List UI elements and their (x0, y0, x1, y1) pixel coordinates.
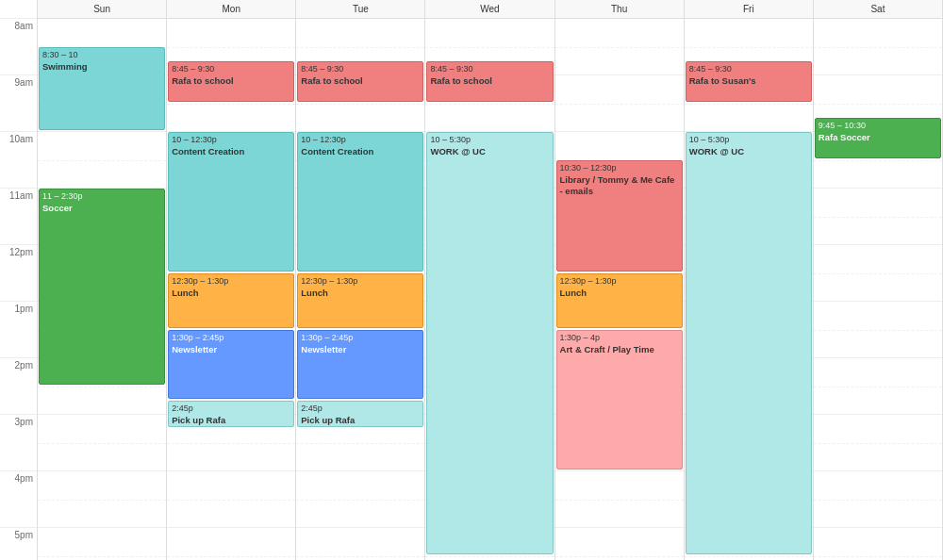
event-time: 9:45 – 10:30 (819, 121, 937, 132)
day-header-fri: Fri (685, 0, 813, 19)
event-title: Rafa to school (301, 75, 420, 87)
event-time: 2:45p (301, 404, 420, 415)
calendar-event[interactable]: 8:30 – 10Swimming (39, 47, 165, 130)
event-title: Rafa to Susan's (689, 75, 808, 87)
day-header-thu: Thu (555, 0, 684, 19)
day-column-thu: Thu10:30 – 12:30pLibrary / Tommy & Me Ca… (555, 0, 685, 560)
event-title: WORK @ UC (430, 146, 549, 157)
event-title: Lunch (172, 288, 290, 299)
event-title: Soccer (42, 203, 161, 214)
hour-slot (555, 471, 684, 528)
calendar-event[interactable]: 8:45 – 9:30Rafa to school (168, 61, 294, 102)
hour-slot (296, 528, 424, 560)
event-title: Pick up Rafa (172, 415, 290, 426)
hour-slot (555, 528, 684, 560)
event-title: Content Creation (301, 146, 420, 157)
time-10am: 10am (0, 132, 37, 189)
event-title: Pick up Rafa (301, 415, 420, 426)
event-time: 8:30 – 10 (42, 50, 161, 61)
day-grid-wed: 8:45 – 9:30Rafa to school10 – 5:30pWORK … (425, 19, 554, 560)
hour-slot (814, 528, 942, 560)
event-time: 12:30p – 1:30p (560, 276, 679, 288)
calendar-event[interactable]: 8:45 – 9:30Rafa to school (426, 61, 553, 102)
calendar-event[interactable]: 1:30p – 4pArt & Craft / Play Time (556, 330, 683, 469)
hour-slot (814, 189, 942, 245)
event-title: Newsletter (172, 344, 290, 355)
time-column: 8am 9am 10am 11am 12pm 1pm 2pm 3pm 4pm 5… (0, 0, 38, 560)
event-time: 2:45p (172, 404, 290, 415)
calendar-event[interactable]: 10 – 12:30pContent Creation (297, 132, 423, 272)
event-title: Art & Craft / Play Time (560, 344, 679, 355)
event-time: 10 – 5:30p (689, 135, 808, 146)
time-3pm: 3pm (0, 415, 37, 471)
calendar-event[interactable]: 2:45pPick up Rafa (168, 401, 294, 427)
calendar-event[interactable]: 12:30p – 1:30pLunch (297, 273, 423, 328)
hour-slot (814, 415, 942, 471)
day-column-sun: Sun8:30 – 10Swimming11 – 2:30pSoccer6pGN… (38, 0, 167, 560)
day-grid-sat: 9:45 – 10:30Rafa Soccer6pPIZZA / PIE & V… (814, 19, 942, 560)
calendar-event[interactable]: 12:30p – 1:30pLunch (556, 273, 683, 328)
calendar-event[interactable]: 8:45 – 9:30Rafa to school (297, 61, 423, 102)
time-9am: 9am (0, 75, 37, 132)
event-title: Newsletter (301, 344, 420, 355)
hour-slot (167, 471, 295, 528)
time-11am: 11am (0, 189, 37, 245)
day-grid-tue: 8:45 – 9:30Rafa to school10 – 12:30pCont… (296, 19, 424, 560)
day-column-wed: Wed8:45 – 9:30Rafa to school10 – 5:30pWO… (425, 0, 554, 560)
event-time: 1:30p – 4p (560, 333, 679, 344)
calendar: 8am 9am 10am 11am 12pm 1pm 2pm 3pm 4pm 5… (0, 0, 943, 560)
hour-slot (38, 471, 166, 528)
calendar-event[interactable]: 11 – 2:30pSoccer (39, 189, 165, 385)
event-title: Rafa to school (430, 75, 549, 87)
event-time: 10 – 5:30p (430, 135, 549, 146)
day-header-mon: Mon (167, 0, 295, 19)
time-8am: 8am (0, 19, 37, 75)
event-time: 12:30p – 1:30p (301, 276, 420, 288)
event-title: Rafa to school (172, 75, 290, 87)
calendar-event[interactable]: 10 – 5:30pWORK @ UC (686, 132, 812, 554)
day-grid-thu: 10:30 – 12:30pLibrary / Tommy & Me Cafe … (555, 19, 684, 560)
hour-slot (814, 358, 942, 415)
calendar-event[interactable]: 9:45 – 10:30Rafa Soccer (815, 118, 941, 158)
event-time: 10 – 12:30p (172, 135, 290, 146)
event-time: 11 – 2:30p (42, 191, 161, 203)
day-grid-sun: 8:30 – 10Swimming11 – 2:30pSoccer6pGNOCC… (38, 19, 166, 560)
event-time: 1:30p – 2:45p (301, 333, 420, 344)
time-2pm: 2pm (0, 358, 37, 415)
hour-slot (814, 302, 942, 358)
day-header-sat: Sat (814, 0, 942, 19)
hour-slot (38, 132, 166, 189)
calendar-event[interactable]: 1:30p – 2:45pNewsletter (168, 330, 294, 399)
day-header-sun: Sun (38, 0, 166, 19)
day-column-mon: Mon8:45 – 9:30Rafa to school10 – 12:30pC… (167, 0, 296, 560)
day-header-wed: Wed (425, 0, 554, 19)
time-12pm: 12pm (0, 245, 37, 302)
event-time: 8:45 – 9:30 (172, 64, 290, 75)
day-grid-fri: 8:45 – 9:30Rafa to Susan's10 – 5:30pWORK… (685, 19, 813, 560)
event-time: 8:45 – 9:30 (689, 64, 808, 75)
calendar-event[interactable]: 2:45pPick up Rafa (297, 401, 423, 427)
calendar-event[interactable]: 8:45 – 9:30Rafa to Susan's (686, 61, 812, 102)
hour-slot (38, 528, 166, 560)
hour-slot (555, 75, 684, 132)
event-title: Rafa Soccer (819, 132, 937, 143)
time-1pm: 1pm (0, 302, 37, 358)
hour-slot (814, 471, 942, 528)
event-time: 1:30p – 2:45p (172, 333, 290, 344)
event-title: Content Creation (172, 146, 290, 157)
calendar-event[interactable]: 10:30 – 12:30pLibrary / Tommy & Me Cafe … (556, 160, 683, 272)
hour-slot (814, 245, 942, 302)
calendar-event[interactable]: 1:30p – 2:45pNewsletter (297, 330, 423, 399)
event-title: WORK @ UC (689, 146, 808, 157)
hour-slot (555, 19, 684, 75)
event-title: Lunch (560, 288, 679, 299)
calendar-event[interactable]: 10 – 12:30pContent Creation (168, 132, 294, 272)
calendar-event[interactable]: 12:30p – 1:30pLunch (168, 273, 294, 328)
days-container: Sun8:30 – 10Swimming11 – 2:30pSoccer6pGN… (38, 0, 943, 560)
time-4pm: 4pm (0, 471, 37, 528)
hour-slot (814, 19, 942, 75)
hour-slot (167, 528, 295, 560)
day-column-tue: Tue8:45 – 9:30Rafa to school10 – 12:30pC… (296, 0, 425, 560)
calendar-event[interactable]: 10 – 5:30pWORK @ UC (426, 132, 553, 554)
event-time: 8:45 – 9:30 (430, 64, 549, 75)
